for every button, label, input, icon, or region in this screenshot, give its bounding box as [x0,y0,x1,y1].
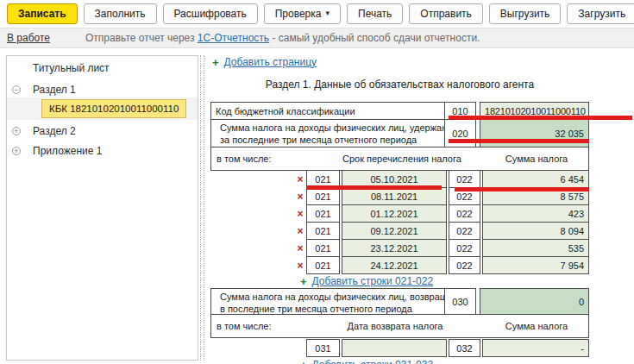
row-code-021: 021 [306,187,340,205]
subheader-col1: Срок перечисления налога [342,154,448,164]
tree-item-label: Титульный лист [33,62,110,74]
annotation-underline-021 [306,185,442,190]
field-022-amount[interactable]: 6 454 [482,170,589,188]
field-021-date[interactable]: 24.12.2021 [342,256,447,274]
delete-row-icon[interactable]: × [296,187,304,205]
section1-form: + Добавить страницу Раздел 1. Данные об … [210,49,634,364]
plus-icon: + [300,360,307,364]
field-022-amount[interactable]: 535 [482,239,589,257]
row-code-022: 022 [449,170,480,188]
row020-label-line2: за последние три месяца отчетного период… [216,134,444,146]
row020-code: 020 [444,119,476,147]
field-030-total[interactable]: 0 [480,288,589,315]
row020-label-line1: Сумма налога на доходы физических лиц, у… [216,122,444,134]
field-021-date[interactable]: 08.11.2021 [342,187,447,205]
status-message-suffix: - самый удобный способ сдачи отчетности. [269,32,480,44]
fill-button[interactable]: Заполнить [84,3,157,24]
annotation-underline-010 [449,116,632,120]
sidebar-splitter[interactable] [200,55,204,361]
row-code-021: 021 [306,222,340,240]
plus-icon: + [212,57,219,68]
tree-item-title-page[interactable]: Титульный лист [7,60,198,77]
add-rows-link-label: Добавить строки 031-032 [312,359,434,364]
field-032-amount[interactable]: - [482,339,589,357]
row030-code: 030 [444,288,476,315]
1c-reporting-link[interactable]: 1С-Отчетность [198,32,269,44]
tree-item-appendix1[interactable]: + Приложение 1 [7,142,198,160]
add-rows-031-032-link[interactable]: + Добавить строки 031-032 [300,359,433,364]
section-tree: Титульный лист − Раздел 1 КБК 1821010201… [6,55,198,361]
field-022-amount[interactable]: 8 094 [482,222,589,240]
print-button[interactable]: Печать [347,3,403,24]
row-code-022: 022 [449,222,480,240]
subheader-col1: Дата возврата налога [342,321,448,331]
tree-item-label: Раздел 2 [33,125,76,137]
expand-plus-icon[interactable]: + [12,147,21,155]
import-button[interactable]: Загрузить [567,3,634,24]
section1-subheader: в том числе: Срок перечисления налога Су… [210,147,589,171]
row-code-022: 022 [449,239,480,257]
tree-item-label: Приложение 1 [33,145,102,157]
status-message-prefix: Отправьте отчет через [85,32,198,44]
row-code-021: 021 [306,256,340,274]
tree-item-kbk-selected[interactable]: КБК 18210102010011000110 [41,99,186,118]
toolbar: Записать Заполнить Расшифровать Проверка… [0,0,634,27]
expand-plus-icon[interactable]: + [12,127,21,135]
collapse-minus-icon[interactable]: − [12,85,21,94]
decrypt-button[interactable]: Расшифровать [163,3,258,24]
chevron-down-icon: ▾ [325,9,330,17]
row030-label-line1: Сумма налога на доходы физических лиц, в… [216,291,444,303]
check-button-label: Проверка [275,8,322,20]
delete-row-icon[interactable]: × [296,222,304,240]
status-message: Отправьте отчет через 1С-Отчетность - са… [85,32,480,44]
subheader-left: в том числе: [217,321,272,331]
add-rows-link-label: Добавить строки 021-022 [312,275,434,287]
tree-item-label: Раздел 1 [33,84,76,96]
export-button[interactable]: Выгрузить [489,3,562,24]
save-button[interactable]: Записать [7,3,78,24]
row-code-022: 022 [449,204,480,223]
field-021-date[interactable]: 01.12.2021 [342,204,447,223]
row-code-021: 021 [306,239,340,257]
field-021-date[interactable]: 09.12.2021 [342,222,447,240]
tree-item-section2[interactable]: + Раздел 2 [7,122,198,140]
annotation-underline-022 [455,187,589,191]
status-state-link[interactable]: В работе [7,32,50,44]
subheader-left: в том числе: [217,154,272,164]
section2-subheader: в том числе: Дата возврата налога Сумма … [210,314,589,338]
row030-label: Сумма налога на доходы физических лиц, в… [210,288,445,315]
row030-label-line2: в последние три месяца отчетного периода [216,303,444,315]
add-rows-021-022-link[interactable]: + Добавить строки 021-022 [300,275,433,287]
row-code-032: 032 [449,339,480,357]
delete-row-icon[interactable]: × [296,204,304,223]
plus-icon: + [300,276,307,287]
row-code-022: 022 [449,256,480,274]
check-dropdown-button[interactable]: Проверка ▾ [264,3,341,24]
add-page-link-label: Добавить страницу [224,56,317,68]
field-031-date[interactable] [342,339,447,357]
subheader-col2: Сумма налога [483,321,590,331]
field-022-amount[interactable]: 423 [482,204,589,223]
field-022-amount[interactable]: 7 954 [482,256,589,274]
add-page-link[interactable]: + Добавить страницу [212,56,317,68]
row-code-031: 031 [306,339,340,357]
annotation-underline-020 [449,139,589,143]
tree-item-section1[interactable]: − Раздел 1 [7,81,198,98]
delete-row-icon[interactable]: × [296,239,304,257]
send-button[interactable]: Отправить [409,3,483,24]
field-021-date[interactable]: 23.12.2021 [342,239,447,257]
delete-row-icon[interactable]: × [296,256,304,274]
form-title: Раздел 1. Данные об обязательствах налог… [210,78,589,91]
row020-label: Сумма налога на доходы физических лиц, у… [210,119,445,147]
row010-label: Код бюджетной классификации [210,102,445,120]
report-window: Записать Заполнить Расшифровать Проверка… [0,0,634,364]
row-code-021: 021 [306,204,340,223]
field-020-total[interactable]: 32 035 [480,119,589,147]
delete-row-icon[interactable]: × [296,170,304,188]
subheader-col2: Сумма налога [483,154,590,164]
status-bar: В работе Отправьте отчет через 1С-Отчетн… [0,28,634,48]
